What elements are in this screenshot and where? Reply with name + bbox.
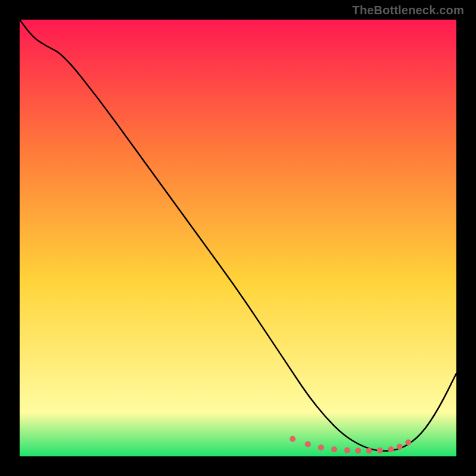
watermark-label: TheBottleneck.com [352,4,464,17]
bottleneck-chart [20,20,456,456]
highlight-dot [355,447,361,453]
highlight-dot [318,444,324,450]
highlight-dot [290,436,296,442]
chart-frame: TheBottleneck.com [0,0,476,476]
highlight-dot [305,441,311,447]
highlight-dot [388,446,394,452]
highlight-dot [366,447,372,453]
gradient-background [20,20,456,456]
highlight-dot [405,440,411,446]
highlight-dot [377,447,383,453]
plot-area [20,20,456,456]
highlight-dot [397,444,403,450]
highlight-dot [331,446,337,452]
highlight-dot [345,447,350,453]
